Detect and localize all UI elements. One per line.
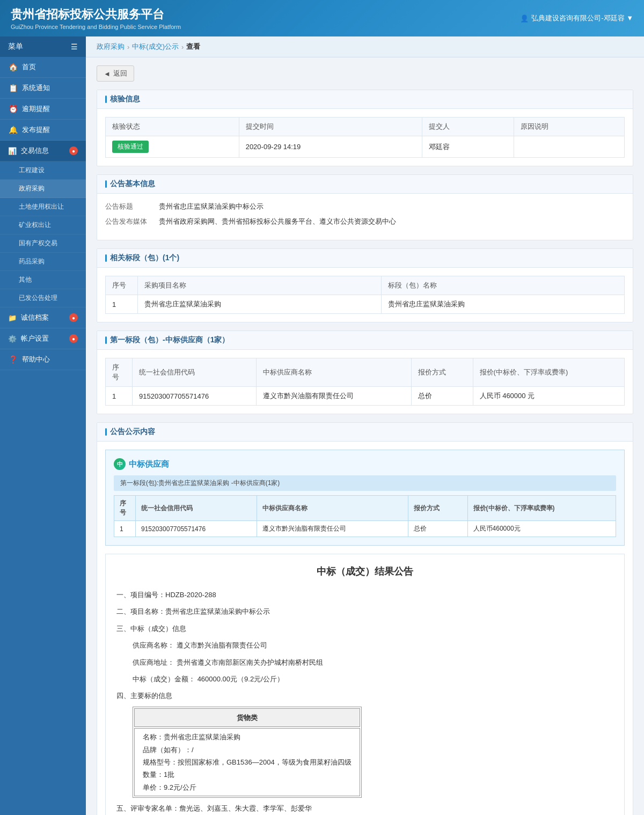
supplier-name-label: 供应商名称： <box>133 641 174 649</box>
supplier-addr-row: 供应商地址： 贵州省遵义市南部新区南关办护城村南桥村民组 <box>116 656 613 669</box>
verify-col-status: 核验状态 <box>106 118 239 136</box>
sidebar-menu-header[interactable]: 菜单 ☰ <box>0 36 86 57</box>
main-layout: 菜单 ☰ 🏠 首页 📋 系统通知 ⏰ 逾期提醒 🔔 发布提醒 📊 交易信息 ● … <box>0 36 644 815</box>
goods-field-1: 品牌（如有）：/ <box>143 744 352 756</box>
table-row: 名称：贵州省忠庄监狱菜油采购 品牌（如有）：/ 规格型号：按照国家标准，GB15… <box>134 728 360 796</box>
verify-reason-cell <box>514 136 625 158</box>
back-arrow-icon: ◄ <box>104 70 111 78</box>
content-area: ◄ 返回 核验信息 核验状态 提交时间 提交人 原因说明 <box>86 57 644 815</box>
sidebar-item-credit[interactable]: 📁 诚信档案 ● <box>0 307 86 328</box>
info-label-media: 公告发布媒体 <box>105 217 159 226</box>
back-button[interactable]: ◄ 返回 <box>97 65 134 82</box>
seg-col-segment: 标段（包）名称 <box>381 276 625 295</box>
segments-section: 相关标段（包）(1个) 序号 采购项目名称 标段（包）名称 <box>97 248 633 322</box>
sidebar-sub-item-land[interactable]: 土地使用权出让 <box>0 198 86 216</box>
segments-header: 相关标段（包）(1个) <box>97 249 633 268</box>
verify-section-header: 核验信息 <box>97 90 633 109</box>
user-name[interactable]: 弘典建设咨询有限公司-邓廷容 ▼ <box>531 13 633 23</box>
suppliers-section: 第一标段（包）-中标供应商（1家） 序号 统一社会信用代码 中标供应商名称 报价… <box>97 331 633 414</box>
sidebar-item-trade[interactable]: 📊 交易信息 ● <box>0 141 86 161</box>
breadcrumb-win-bid[interactable]: 中标(成交)公示 <box>132 42 179 52</box>
trade-icon: 📊 <box>8 147 17 155</box>
breadcrumb-gov-purchase[interactable]: 政府采购 <box>97 42 125 52</box>
site-title-cn: 贵州省招标投标公共服务平台 <box>11 6 181 23</box>
win-price: 人民币460000元 <box>467 521 616 537</box>
credit-badge: ● <box>69 313 78 322</box>
verify-title: 核验信息 <box>110 94 140 104</box>
sidebar-sub-item-medicine[interactable]: 药品采购 <box>0 253 86 271</box>
sidebar-item-label: 交易信息 <box>21 146 49 156</box>
win-col-no: 序号 <box>114 496 136 521</box>
win-amount-row: 中标（成交）金额： 460000.00元（9.2元/公斤） <box>116 673 613 685</box>
sidebar-sub-item-other[interactable]: 其他 <box>0 271 86 289</box>
sidebar-item-notice[interactable]: 📋 系统通知 <box>0 78 86 99</box>
verify-table: 核验状态 提交时间 提交人 原因说明 核验通过 2020 <box>105 117 625 158</box>
seg-project-name: 贵州省忠庄监狱菜油采购 <box>138 295 382 314</box>
win-supplier-title-text: 中标供应商 <box>129 459 169 469</box>
seg-no: 1 <box>106 295 138 314</box>
sidebar-sub-item-mining[interactable]: 矿业权出让 <box>0 216 86 234</box>
suppliers-title: 第一标段（包）-中标供应商（1家） <box>110 335 229 345</box>
basic-info-body: 公告标题 贵州省忠庄监狱菜油采购中标公示 公告发布媒体 贵州省政府采购网、贵州省… <box>97 194 633 240</box>
basic-info-section: 公告基本信息 公告标题 贵州省忠庄监狱菜油采购中标公示 公告发布媒体 贵州省政府… <box>97 174 633 240</box>
win-supplier-table: 序号 统一社会信用代码 中标供应商名称 报价方式 报价(中标价、下浮率或费率) … <box>114 495 616 537</box>
site-logo: 贵州省招标投标公共服务平台 GuiZhou Province Tendering… <box>11 6 181 30</box>
publish-icon: 🔔 <box>8 126 18 134</box>
status-badge: 核验通过 <box>112 141 149 153</box>
win-code: 915203007705571476 <box>136 521 257 537</box>
sidebar-item-help[interactable]: ❓ 帮助中心 <box>0 349 86 370</box>
breadcrumb-sep1: › <box>127 43 129 51</box>
page-header: 贵州省招标投标公共服务平台 GuiZhou Province Tendering… <box>0 0 644 36</box>
sidebar-sub-item-gov-purchase[interactable]: 政府采购 <box>0 180 86 198</box>
sup-col-name: 中标供应商名称 <box>257 358 412 387</box>
sidebar-item-label: 首页 <box>22 62 36 72</box>
item2: 二、项目名称：贵州省忠庄监狱菜油采购中标公示 <box>116 605 613 618</box>
sidebar-item-publish[interactable]: 🔔 发布提醒 <box>0 120 86 141</box>
info-row-title: 公告标题 贵州省忠庄监狱菜油采购中标公示 <box>105 202 625 211</box>
announcement-body: 中 中标供应商 第一标段(包):贵州省忠庄监狱菜油采购 -中标供应商(1家) 序… <box>97 442 633 815</box>
seg-col-project: 采购项目名称 <box>138 276 382 295</box>
announcement-text-content: 中标（成交）结果公告 一、项目编号：HDZB-2020-288 二、项目名称：贵… <box>105 554 625 815</box>
sup-no: 1 <box>106 387 133 406</box>
win-supplier-box: 中 中标供应商 第一标段(包):贵州省忠庄监狱菜油采购 -中标供应商(1家) 序… <box>105 450 625 546</box>
win-col-price-type: 报价方式 <box>408 496 467 521</box>
breadcrumb-sep2: › <box>181 43 184 51</box>
win-name: 遵义市黔兴油脂有限责任公司 <box>257 521 408 537</box>
sidebar-item-account[interactable]: ⚙️ 帐户设置 ● <box>0 328 86 349</box>
announcement-main-title: 中标（成交）结果公告 <box>116 565 613 578</box>
sidebar-sub-item-state-asset[interactable]: 国有产权交易 <box>0 234 86 253</box>
sidebar-item-label: 帐户设置 <box>21 334 49 343</box>
sidebar-menu-label: 菜单 <box>8 42 23 52</box>
info-value-media: 贵州省政府采购网、贵州省招标投标公共服务平台、遵义市公共资源交易中心 <box>159 217 625 226</box>
back-label: 返回 <box>113 69 127 78</box>
table-row: 1 915203007705571476 遵义市黔兴油脂有限责任公司 总价 人民… <box>114 521 616 537</box>
sup-col-price: 报价(中标价、下浮率或费率) <box>473 358 624 387</box>
table-row: 1 贵州省忠庄监狱菜油采购 贵州省忠庄监狱菜油采购 <box>106 295 625 314</box>
user-info[interactable]: 👤 弘典建设咨询有限公司-邓廷容 ▼ <box>520 13 633 23</box>
main-content: 政府采购 › 中标(成交)公示 › 查看 ◄ 返回 核验信息 <box>86 36 644 815</box>
sidebar-sub-item-construction[interactable]: 工程建设 <box>0 161 86 180</box>
site-title-en: GuiZhou Province Tendering and Bidding P… <box>11 24 181 30</box>
verify-time-cell: 2020-09-29 14:19 <box>239 136 422 158</box>
sidebar-item-label: 发布提醒 <box>22 125 50 135</box>
sidebar-sub-item-published[interactable]: 已发公告处理 <box>0 289 86 307</box>
basic-info-header: 公告基本信息 <box>97 175 633 194</box>
item1: 一、项目编号：HDZB-2020-288 <box>116 589 613 601</box>
win-supplier-subtitle: 第一标段(包):贵州省忠庄监狱菜油采购 -中标供应商(1家) <box>114 475 616 491</box>
win-no: 1 <box>114 521 136 537</box>
goods-col-category: 货物类 <box>134 708 360 727</box>
suppliers-table: 序号 统一社会信用代码 中标供应商名称 报价方式 报价(中标价、下浮率或费率) … <box>105 358 625 406</box>
supplier-addr-label: 供应商地址： <box>133 658 174 666</box>
info-row-media: 公告发布媒体 贵州省政府采购网、贵州省招标投标公共服务平台、遵义市公共资源交易中… <box>105 217 625 226</box>
sup-price: 人民币 460000 元 <box>473 387 624 406</box>
item3-header: 三、中标（成交）信息 <box>116 622 613 635</box>
breadcrumb: 政府采购 › 中标(成交)公示 › 查看 <box>86 36 644 57</box>
table-row: 核验通过 2020-09-29 14:19 邓廷容 <box>106 136 625 158</box>
verify-section: 核验信息 核验状态 提交时间 提交人 原因说明 <box>97 90 633 166</box>
sup-col-price-type: 报价方式 <box>411 358 473 387</box>
goods-table: 货物类 名称：贵州省忠庄监狱菜油采购 品牌（如有）：/ 规格型号：按照国家标准，… <box>133 707 362 798</box>
sidebar-item-home[interactable]: 🏠 首页 <box>0 57 86 78</box>
account-icon: ⚙️ <box>8 335 17 343</box>
suppliers-header: 第一标段（包）-中标供应商（1家） <box>97 331 633 350</box>
sidebar-item-overdue[interactable]: ⏰ 逾期提醒 <box>0 99 86 120</box>
